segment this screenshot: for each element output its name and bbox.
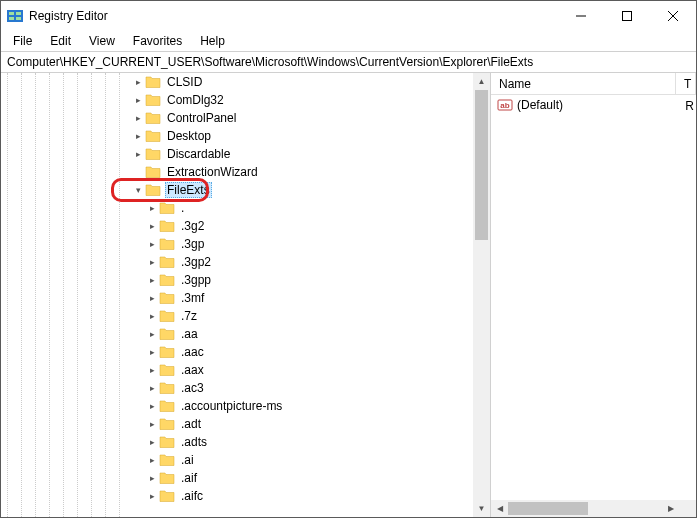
menu-favorites[interactable]: Favorites [125,32,190,50]
tree-row[interactable]: ▸.aax [5,361,490,379]
folder-icon [159,363,175,377]
maximize-button[interactable] [604,1,650,31]
chevron-right-icon[interactable]: ▸ [145,399,159,413]
tree-label[interactable]: .3gp2 [179,254,213,270]
tree-row[interactable]: ▸.7z [5,307,490,325]
chevron-right-icon[interactable]: ▸ [131,75,145,89]
tree-row[interactable]: ▸.adt [5,415,490,433]
tree-row[interactable]: ▸.3gp2 [5,253,490,271]
value-horizontal-scrollbar[interactable]: ◀ ▶ [491,500,679,517]
chevron-right-icon[interactable]: ▸ [131,147,145,161]
chevron-right-icon[interactable]: ▸ [145,255,159,269]
tree-row[interactable]: ▸.ac3 [5,379,490,397]
close-button[interactable] [650,1,696,31]
tree-row[interactable]: ▸.aif [5,469,490,487]
chevron-right-icon[interactable]: ▸ [131,111,145,125]
tree-row[interactable]: ▸.aac [5,343,490,361]
tree-label[interactable]: .aac [179,344,206,360]
tree-label[interactable]: ComDlg32 [165,92,226,108]
tree-label[interactable]: .accountpicture-ms [179,398,284,414]
chevron-right-icon[interactable]: ▸ [145,201,159,215]
scroll-down-icon[interactable]: ▼ [473,500,490,517]
tree-label[interactable]: .aif [179,470,199,486]
tree-row[interactable]: ▸Discardable [5,145,490,163]
menu-help[interactable]: Help [192,32,233,50]
value-list[interactable]: ab (Default) R [491,95,696,517]
scroll-right-icon[interactable]: ▶ [662,500,679,517]
tree-row[interactable]: ▸ComDlg32 [5,91,490,109]
scroll-up-icon[interactable]: ▲ [473,73,490,90]
tree-label[interactable]: ControlPanel [165,110,238,126]
chevron-right-icon[interactable]: ▸ [145,345,159,359]
tree-row[interactable]: ▸.3gpp [5,271,490,289]
chevron-right-icon[interactable]: ▸ [131,129,145,143]
tree-label[interactable]: Discardable [165,146,232,162]
tree-label[interactable]: FileExts [165,182,212,198]
chevron-right-icon[interactable]: ▸ [145,471,159,485]
chevron-right-icon[interactable]: ▸ [145,489,159,503]
tree-row[interactable]: ▸ControlPanel [5,109,490,127]
tree-vertical-scrollbar[interactable]: ▲ ▼ [473,73,490,517]
tree-label[interactable]: .3gpp [179,272,213,288]
tree-label[interactable]: .adt [179,416,203,432]
chevron-right-icon[interactable]: ▸ [145,219,159,233]
scroll-track-h[interactable] [508,500,662,517]
chevron-right-icon[interactable]: ▸ [131,93,145,107]
tree-label[interactable]: .3mf [179,290,206,306]
chevron-right-icon[interactable]: ▸ [145,309,159,323]
address-input[interactable] [7,55,690,69]
tree-label[interactable]: ExtractionWizard [165,164,260,180]
addressbar [1,51,696,73]
tree-row[interactable]: ▾FileExts [5,181,490,199]
chevron-right-icon[interactable]: ▸ [145,273,159,287]
tree-label[interactable]: Desktop [165,128,213,144]
tree-row[interactable]: ▸.adts [5,433,490,451]
tree-label[interactable]: .adts [179,434,209,450]
column-type[interactable]: T [676,73,696,94]
folder-icon [145,129,161,143]
chevron-right-icon[interactable]: ▸ [145,291,159,305]
tree-label[interactable]: .ai [179,452,196,468]
tree-label[interactable]: .7z [179,308,199,324]
tree-row[interactable]: ExtractionWizard [5,163,490,181]
tree-row[interactable]: ▸.3g2 [5,217,490,235]
chevron-right-icon[interactable]: ▸ [145,453,159,467]
chevron-right-icon[interactable]: ▸ [145,417,159,431]
scroll-left-icon[interactable]: ◀ [491,500,508,517]
tree-label[interactable]: .3g2 [179,218,206,234]
tree-label[interactable]: .aifc [179,488,205,504]
tree-row[interactable]: ▸.accountpicture-ms [5,397,490,415]
menu-file[interactable]: File [5,32,40,50]
scroll-track[interactable] [473,90,490,500]
tree-label[interactable]: .aax [179,362,206,378]
tree-row[interactable]: ▸.ai [5,451,490,469]
menubar: File Edit View Favorites Help [1,31,696,51]
chevron-right-icon[interactable]: ▸ [145,327,159,341]
scroll-thumb-h[interactable] [508,502,588,515]
tree-label[interactable]: CLSID [165,74,204,90]
chevron-right-icon[interactable]: ▸ [145,381,159,395]
chevron-right-icon[interactable]: ▸ [145,237,159,251]
scroll-thumb[interactable] [475,90,488,240]
tree-row[interactable]: ▸.3mf [5,289,490,307]
tree-scroll[interactable]: ▸CLSID▸ComDlg32▸ControlPanel▸Desktop▸Dis… [1,73,490,517]
column-name[interactable]: Name [491,73,676,94]
tree-label[interactable]: . [179,200,186,216]
menu-view[interactable]: View [81,32,123,50]
chevron-down-icon[interactable]: ▾ [131,183,145,197]
tree-row[interactable]: ▸.aifc [5,487,490,505]
tree-row[interactable]: ▸.aa [5,325,490,343]
chevron-right-icon[interactable]: ▸ [145,363,159,377]
minimize-button[interactable] [558,1,604,31]
value-row[interactable]: ab (Default) [491,95,696,115]
tree-row[interactable]: ▸Desktop [5,127,490,145]
menu-edit[interactable]: Edit [42,32,79,50]
tree-label[interactable]: .ac3 [179,380,206,396]
content-area: ▸CLSID▸ComDlg32▸ControlPanel▸Desktop▸Dis… [1,73,696,517]
tree-label[interactable]: .aa [179,326,200,342]
tree-row[interactable]: ▸. [5,199,490,217]
tree-row[interactable]: ▸CLSID [5,73,490,91]
chevron-right-icon[interactable]: ▸ [145,435,159,449]
tree-label[interactable]: .3gp [179,236,206,252]
tree-row[interactable]: ▸.3gp [5,235,490,253]
